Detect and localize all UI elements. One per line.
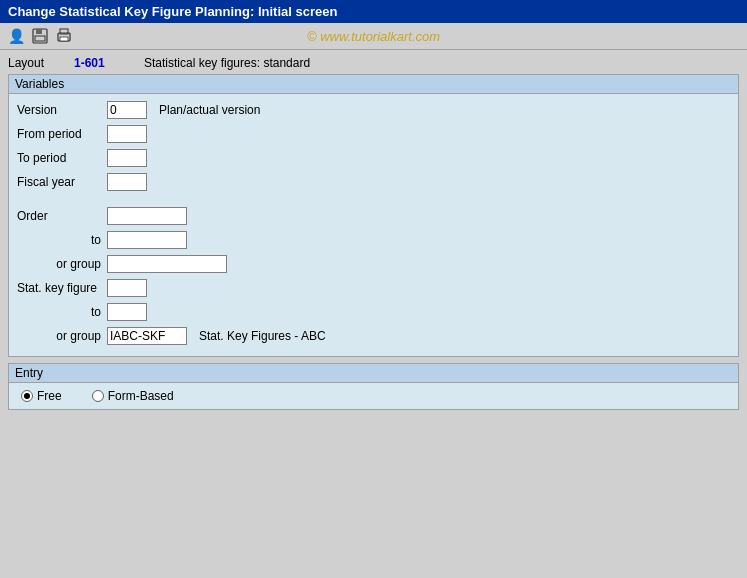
layout-row: Layout 1-601 Statistical key figures: st… (8, 56, 739, 70)
title-bar: Change Statistical Key Figure Planning: … (0, 0, 747, 23)
order-to-label: to (17, 233, 107, 247)
form-based-radio-label[interactable]: Form-Based (108, 389, 174, 403)
order-label: Order (17, 209, 107, 223)
entry-section: Entry Free Form-Based (8, 363, 739, 410)
free-radio[interactable] (21, 390, 33, 402)
stat-to-label: to (17, 305, 107, 319)
order-row: Order (17, 206, 730, 226)
order-group-label: or group (17, 257, 107, 271)
watermark: © www.tutorialkart.com (307, 29, 440, 44)
stat-group-label: or group (17, 329, 107, 343)
to-period-label: To period (17, 151, 107, 165)
to-period-input[interactable] (107, 149, 147, 167)
layout-value: 1-601 (74, 56, 134, 70)
stat-to-row: to (17, 302, 730, 322)
svg-rect-5 (60, 37, 68, 41)
from-period-input[interactable] (107, 125, 147, 143)
variables-header: Variables (9, 75, 738, 94)
variables-section: Variables Version Plan/actual version Fr… (8, 74, 739, 357)
stat-to-input[interactable] (107, 303, 147, 321)
to-period-row: To period (17, 148, 730, 168)
fiscal-year-input[interactable] (107, 173, 147, 191)
from-period-row: From period (17, 124, 730, 144)
variables-body: Version Plan/actual version From period … (9, 94, 738, 356)
entry-body: Free Form-Based (9, 383, 738, 409)
order-group-row: or group (17, 254, 730, 274)
fiscal-year-row: Fiscal year (17, 172, 730, 192)
order-to-input[interactable] (107, 231, 187, 249)
person-icon[interactable]: 👤 (6, 26, 26, 46)
print-icon[interactable] (54, 26, 74, 46)
order-input[interactable] (107, 207, 187, 225)
stat-key-figure-label: Stat. key figure (17, 281, 107, 295)
layout-description: Statistical key figures: standard (144, 56, 310, 70)
version-label: Version (17, 103, 107, 117)
form-based-radio-group[interactable]: Form-Based (92, 389, 174, 403)
version-row: Version Plan/actual version (17, 100, 730, 120)
form-based-radio[interactable] (92, 390, 104, 402)
stat-group-row: or group Stat. Key Figures - ABC (17, 326, 730, 346)
fiscal-year-label: Fiscal year (17, 175, 107, 189)
stat-key-figure-row: Stat. key figure (17, 278, 730, 298)
layout-label: Layout (8, 56, 68, 70)
save-icon[interactable] (30, 26, 50, 46)
stat-group-input[interactable] (107, 327, 187, 345)
svg-rect-2 (35, 36, 45, 41)
title-text: Change Statistical Key Figure Planning: … (8, 4, 337, 19)
stat-group-desc: Stat. Key Figures - ABC (199, 329, 326, 343)
from-period-label: From period (17, 127, 107, 141)
order-group-input[interactable] (107, 255, 227, 273)
main-content: Layout 1-601 Statistical key figures: st… (0, 50, 747, 416)
entry-header: Entry (9, 364, 738, 383)
free-radio-group[interactable]: Free (21, 389, 62, 403)
svg-rect-1 (36, 29, 42, 34)
stat-key-figure-input[interactable] (107, 279, 147, 297)
free-radio-label[interactable]: Free (37, 389, 62, 403)
version-input[interactable] (107, 101, 147, 119)
order-to-row: to (17, 230, 730, 250)
version-desc: Plan/actual version (159, 103, 260, 117)
toolbar: 👤 © www.tutorialkart.com (0, 23, 747, 50)
